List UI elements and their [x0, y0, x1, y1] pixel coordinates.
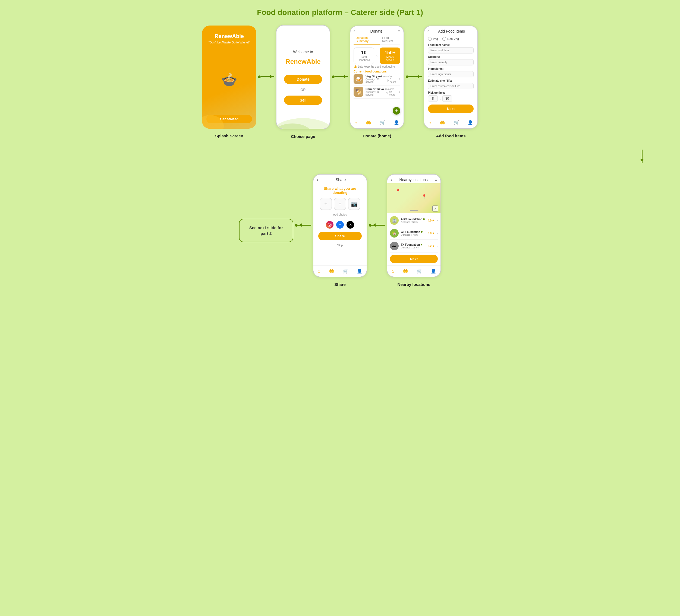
share-button[interactable]: Share — [318, 232, 362, 240]
radio-nonveg[interactable]: Non-Veg — [443, 37, 459, 41]
add-photo-btn-2[interactable]: + — [334, 198, 346, 210]
v-arrow-down — [642, 150, 643, 163]
splash-label: Splash Screen — [215, 134, 243, 138]
gt-arrow[interactable]: › — [437, 231, 438, 235]
share-back-icon[interactable]: ‹ — [317, 177, 318, 182]
nearby-screen-wrapper: ‹ Nearby locations ≡ 📍 📍 ⤢ 🏢 — [387, 174, 441, 287]
food-date-2: 20/08/23 — [385, 88, 394, 91]
food-meta-2: Quantity : 12 serving ⏱ 12 hours — [366, 91, 397, 96]
add-food-title: Add Food Items — [438, 29, 465, 33]
food-date-1: 16/08/23 — [382, 75, 392, 78]
nearby-back-icon[interactable]: ‹ — [391, 177, 392, 182]
donate-tabs: Donation Summary Food Request — [353, 35, 400, 45]
add-food-nav-profile[interactable]: 👤 — [468, 120, 473, 125]
add-food-next-button[interactable]: Next — [428, 105, 474, 113]
food-name-input[interactable] — [428, 47, 474, 54]
tx-avatar: 🏘 — [390, 242, 399, 250]
choice-donate-button[interactable]: Donate — [284, 75, 322, 84]
flow-container: RenewAble "Don't Let Waste Go to Waste!"… — [8, 25, 672, 287]
splash-screen-wrapper: RenewAble "Don't Let Waste Go to Waste!"… — [202, 26, 256, 138]
row-1: RenewAble "Don't Let Waste Go to Waste!"… — [8, 25, 672, 139]
nav-profile-icon[interactable]: 👤 — [394, 120, 399, 125]
pickup-min-input[interactable] — [443, 95, 452, 102]
share-content: Share what you are donating + + 📷 Add ph… — [313, 183, 367, 250]
food-name-1: Veg Biryani 16/08/23 — [366, 75, 397, 78]
share-nav-home[interactable]: ⌂ — [318, 269, 320, 274]
meals-served-label: Meals served — [382, 56, 397, 62]
qty-label: Quantity: — [428, 55, 474, 58]
ingredients-input[interactable] — [428, 71, 474, 77]
food-info-1: Veg Biryani 16/08/23 Quantity : 20 servi… — [366, 75, 397, 83]
share-screen: ‹ Share Share what you are donating + + … — [313, 174, 367, 277]
location-row-tx: 🏘 TX Foundation Distance : 11 km 3.2 ★ — [390, 240, 438, 253]
food-name-label: Food item name: — [428, 43, 474, 47]
food-arrow-2: › — [399, 90, 400, 94]
thumbs-icon: 👍 — [353, 65, 357, 68]
abc-name: ABC Foundation — [401, 218, 426, 221]
tx-star-icon: ★ — [432, 244, 434, 247]
share-nav-cart[interactable]: 🛒 — [343, 268, 348, 274]
skip-link[interactable]: Skip — [337, 243, 343, 247]
fab-add-button[interactable]: + — [393, 107, 400, 115]
add-food-content: Veg Non-Veg Food item name: Quantity: — [424, 35, 477, 115]
nearby-screen: ‹ Nearby locations ≡ 📍 📍 ⤢ 🏢 — [387, 174, 441, 277]
veg-label: Veg — [433, 37, 438, 40]
nearby-nav-donate[interactable]: 🤲 — [403, 268, 408, 274]
choice-welcome: Welcome to — [293, 50, 313, 54]
tab-food-request[interactable]: Food Request — [380, 35, 400, 45]
current-donations-title: Current food donations — [353, 70, 400, 73]
tx-arrow[interactable]: › — [437, 244, 438, 248]
meals-served-card: 150+ Meals served — [380, 48, 400, 64]
summary-arrow: › — [376, 54, 378, 58]
abc-rating: 4.0 ★ — [428, 219, 434, 222]
food-thumb-2: 🍢 — [353, 87, 363, 97]
arrow-share-to-nextslide — [293, 224, 313, 227]
map-drag-handle — [410, 210, 418, 211]
gt-star-icon: ★ — [432, 232, 434, 235]
choice-sell-button[interactable]: Sell — [284, 95, 322, 105]
food-thumb-1: 🍛 — [353, 74, 363, 84]
add-food-nav-home[interactable]: ⌂ — [428, 120, 431, 125]
share-header: ‹ Share — [313, 175, 367, 183]
instagram-icon[interactable] — [326, 221, 334, 229]
add-food-nav-donate[interactable]: 🤲 — [440, 120, 445, 125]
add-food-bottom-nav: ⌂ 🤲 🛒 👤 — [424, 117, 477, 128]
row-2: See next slide for part 2 ‹ Share Share … — [8, 174, 672, 287]
back-icon[interactable]: ‹ — [353, 29, 355, 34]
total-donations-card: 10 Total Donations — [353, 48, 374, 64]
twitter-x-icon[interactable]: ✕ — [346, 221, 354, 229]
abc-star-icon: ★ — [432, 219, 434, 222]
nearby-nav-profile[interactable]: 👤 — [431, 268, 436, 274]
qty-input[interactable] — [428, 59, 474, 65]
nav-donate-icon[interactable]: 🤲 — [366, 120, 371, 125]
share-title: Share — [336, 178, 346, 182]
abc-arrow[interactable]: › — [437, 218, 438, 222]
nav-home-icon[interactable]: ⌂ — [355, 120, 358, 125]
nearby-nav-cart[interactable]: 🛒 — [417, 268, 422, 274]
facebook-icon[interactable]: f — [336, 221, 344, 229]
shelf-input[interactable] — [428, 83, 474, 89]
add-food-screen: ‹ Add Food Items Veg Non-Veg — [424, 26, 478, 129]
add-food-nav-cart[interactable]: 🛒 — [454, 120, 459, 125]
map-expand-icon[interactable]: ⤢ — [432, 206, 438, 211]
add-photo-btn-1[interactable]: + — [320, 198, 332, 210]
dot-3 — [406, 76, 408, 78]
gt-rating: 3.8 ★ — [428, 232, 434, 235]
pickup-hour-input[interactable] — [428, 95, 438, 102]
radio-veg[interactable]: Veg — [428, 37, 438, 41]
share-nav-profile[interactable]: 👤 — [357, 268, 362, 274]
menu-icon[interactable]: ≡ — [398, 29, 400, 34]
svg-point-3 — [329, 224, 331, 226]
share-nav-donate[interactable]: 🤲 — [329, 268, 334, 274]
choice-label: Choice page — [291, 134, 315, 139]
add-food-back-icon[interactable]: ‹ — [427, 29, 429, 34]
share-screen-wrapper: ‹ Share Share what you are donating + + … — [313, 174, 367, 287]
tab-donation-summary[interactable]: Donation Summary — [353, 35, 380, 45]
nearby-next-button[interactable]: Next — [390, 255, 438, 263]
left-arrow-line — [298, 225, 311, 226]
filter-icon[interactable]: ≡ — [435, 178, 437, 182]
add-photo-btn-camera[interactable]: 📷 — [348, 198, 360, 210]
location-row-gt: 🏡 GT Foundation Distance : 7 km 3.8 ★ — [390, 227, 438, 240]
nav-cart-icon[interactable]: 🛒 — [380, 120, 385, 125]
nearby-nav-home[interactable]: ⌂ — [392, 269, 394, 274]
